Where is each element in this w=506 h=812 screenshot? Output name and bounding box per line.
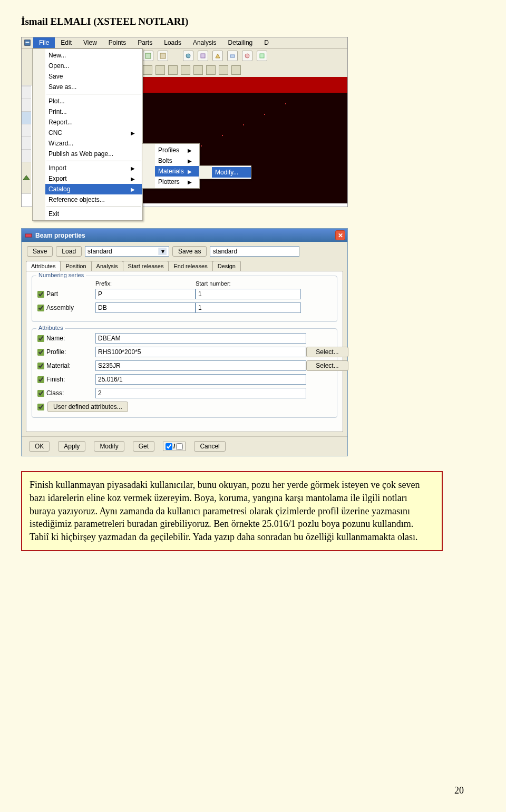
toggle-on[interactable]	[166, 443, 172, 450]
tab-end-releases[interactable]: End releases	[168, 261, 212, 271]
toolbar-icon[interactable]	[143, 51, 153, 61]
dialog-titlebar[interactable]: Beam properties ✕	[22, 229, 347, 242]
profile-input[interactable]	[95, 347, 306, 357]
toolbar-icon[interactable]	[183, 51, 193, 61]
app-icon	[22, 37, 33, 48]
menu-item-cnc[interactable]: CNC▶	[45, 128, 142, 138]
profile-select-button[interactable]: Select...	[306, 347, 348, 357]
close-button[interactable]: ✕	[335, 230, 345, 240]
toolbar-icon[interactable]	[193, 65, 203, 75]
toolbar-icon[interactable]	[181, 65, 190, 75]
menu-item-save[interactable]: Save	[45, 71, 142, 82]
svg-point-4	[186, 54, 190, 58]
toolbar-icon[interactable]	[227, 51, 238, 61]
toolbar-icon[interactable]	[206, 65, 216, 75]
check-part[interactable]: Part	[37, 290, 95, 298]
saveas-button[interactable]: Save as	[172, 246, 207, 257]
chevron-right-icon: ▶	[131, 176, 135, 182]
finish-input[interactable]	[95, 374, 306, 385]
group-legend: Numbering series	[36, 272, 86, 278]
toolbar-icon[interactable]	[158, 51, 168, 61]
check-material[interactable]: Material:	[37, 362, 95, 369]
save-button[interactable]: Save	[27, 246, 53, 257]
menu-item-print[interactable]: Print...	[45, 106, 142, 117]
get-button[interactable]: Get	[133, 441, 154, 452]
menu-item-wizard[interactable]: Wizard...	[45, 138, 142, 149]
toolbar-icon[interactable]	[168, 65, 178, 75]
tab-design[interactable]: Design	[212, 261, 241, 271]
menu-edit[interactable]: Edit	[55, 37, 77, 48]
preset-text[interactable]	[210, 246, 299, 257]
chevron-right-icon: ▶	[188, 148, 192, 153]
assembly-prefix-input[interactable]	[95, 302, 196, 313]
toolbar-icon[interactable]	[257, 51, 267, 61]
submenu-plotters[interactable]: Plotters▶	[155, 177, 199, 187]
svg-rect-2	[145, 53, 151, 58]
menu-item-new[interactable]: New...	[45, 50, 142, 61]
menu-item-open[interactable]: Open...	[45, 61, 142, 71]
check-profile[interactable]: Profile:	[37, 348, 95, 356]
menu-d[interactable]: D	[258, 37, 275, 48]
chevron-right-icon: ▶	[131, 165, 135, 171]
numbering-series-group: Numbering series Prefix: Start number: P…	[32, 276, 337, 322]
material-select-button[interactable]: Select...	[306, 360, 348, 371]
modify-button[interactable]: Modify	[94, 441, 124, 452]
toolbar-icon[interactable]	[242, 51, 252, 61]
menu-view[interactable]: View	[77, 37, 103, 48]
check-name[interactable]: Name:	[37, 335, 95, 342]
menu-analysis[interactable]: Analysis	[187, 37, 222, 48]
menu-item-export[interactable]: Export▶	[45, 173, 142, 184]
user-attributes-button[interactable]: User defined attributes...	[47, 402, 128, 412]
toolbar-icon[interactable]	[143, 65, 152, 75]
menu-item-reference[interactable]: Reference objects...	[45, 194, 142, 205]
menu-parts[interactable]: Parts	[132, 37, 158, 48]
screenshot-file-menu: File Edit View Points Parts Loads Analys…	[21, 37, 348, 207]
menu-loads[interactable]: Loads	[158, 37, 187, 48]
col-start: Start number:	[196, 280, 301, 287]
menu-item-import[interactable]: Import▶	[45, 163, 142, 173]
toggle-icon[interactable]: /	[163, 442, 186, 451]
toolbar-icon[interactable]	[219, 65, 228, 75]
menu-file[interactable]: File	[33, 37, 55, 48]
toolbar-icon[interactable]	[231, 65, 241, 75]
tab-analysis[interactable]: Analysis	[91, 261, 123, 271]
toolbar-icon[interactable]	[212, 51, 223, 61]
tab-position[interactable]: Position	[60, 261, 91, 271]
chevron-right-icon: ▶	[131, 130, 135, 136]
menu-detailing[interactable]: Detailing	[222, 37, 259, 48]
check-assembly[interactable]: Assembly	[37, 304, 95, 311]
menu-item-catalog[interactable]: Catalog▶	[45, 184, 142, 194]
name-input[interactable]	[95, 333, 306, 344]
menu-item-publish[interactable]: Publish as Web page...	[45, 149, 142, 159]
submenu-materials[interactable]: Materials▶	[155, 166, 199, 177]
submenu-modify[interactable]: Modify...	[212, 167, 251, 178]
cancel-button[interactable]: Cancel	[194, 441, 225, 452]
load-button[interactable]: Load	[56, 246, 82, 257]
toolbar-icon[interactable]	[198, 51, 208, 61]
submenu-profiles[interactable]: Profiles▶	[155, 145, 199, 155]
submenu-bolts[interactable]: Bolts▶	[155, 155, 199, 166]
tab-start-releases[interactable]: Start releases	[123, 261, 169, 271]
part-start-input[interactable]	[196, 289, 301, 299]
part-prefix-input[interactable]	[95, 289, 196, 299]
menu-item-plot[interactable]: Plot...	[45, 96, 142, 106]
menu-points[interactable]: Points	[103, 37, 132, 48]
toolbar-icon[interactable]	[155, 65, 165, 75]
check-class[interactable]: Class:	[37, 389, 95, 397]
assembly-start-input[interactable]	[196, 302, 301, 313]
apply-button[interactable]: Apply	[58, 441, 85, 452]
menu-item-exit[interactable]: Exit	[45, 209, 142, 219]
preset-combo[interactable]: standard ▾	[85, 246, 169, 257]
page-header: İsmail ELMALI (XSTEEL NOTLARI)	[21, 16, 474, 27]
tab-attributes[interactable]: Attributes	[26, 261, 61, 271]
check-finish[interactable]: Finish:	[37, 376, 95, 383]
material-input[interactable]	[95, 360, 306, 371]
ok-button[interactable]: OK	[29, 441, 50, 452]
chevron-right-icon: ▶	[188, 158, 192, 164]
menu-item-report[interactable]: Report...	[45, 117, 142, 128]
check-userattr[interactable]	[37, 404, 44, 410]
class-input[interactable]	[95, 388, 306, 398]
toggle-off[interactable]	[176, 443, 183, 450]
chevron-down-icon: ▾	[159, 248, 167, 255]
menu-item-saveas[interactable]: Save as...	[45, 82, 142, 92]
